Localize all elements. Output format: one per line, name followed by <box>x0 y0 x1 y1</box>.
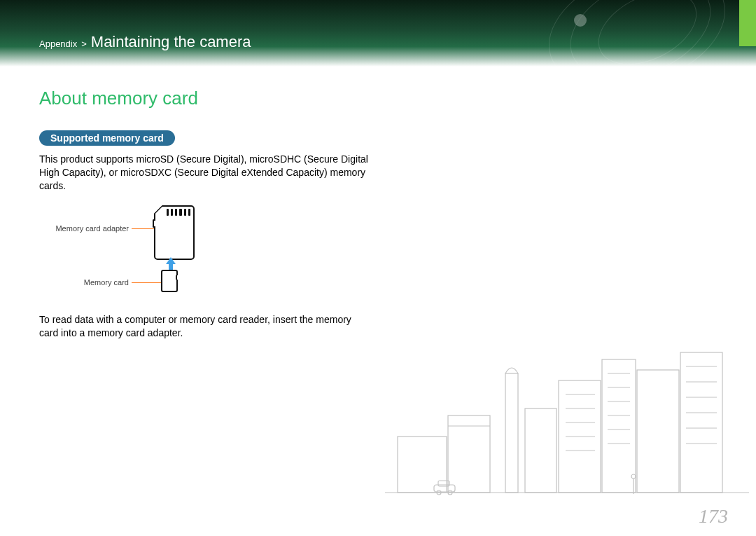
sd-adapter-icon <box>154 205 195 260</box>
decorative-illustration <box>385 331 749 528</box>
svg-rect-0 <box>398 437 447 493</box>
accent-tab <box>739 0 756 46</box>
paragraph-1: This product supports microSD (Secure Di… <box>39 153 368 193</box>
page-header: Appendix > Maintaining the camera <box>0 0 756 67</box>
section-title: About memory card <box>39 88 717 109</box>
memory-card-label: Memory card <box>43 278 129 287</box>
breadcrumb: Appendix > Maintaining the camera <box>39 33 251 51</box>
subheading-pill: Supported memory card <box>39 130 175 146</box>
svg-rect-8 <box>680 352 722 493</box>
page-number: 173 <box>699 505 728 528</box>
svg-point-31 <box>631 474 636 479</box>
micro-sd-icon <box>161 270 178 292</box>
memory-card-diagram: Memory card adapter Memory card <box>43 205 225 303</box>
svg-rect-6 <box>602 359 636 493</box>
adapter-label: Memory card adapter <box>43 224 129 233</box>
svg-rect-3 <box>505 373 518 493</box>
breadcrumb-current: Maintaining the camera <box>91 33 251 51</box>
svg-rect-1 <box>448 415 490 493</box>
breadcrumb-parent: Appendix <box>39 39 77 49</box>
paragraph-2: To read data with a computer or memory c… <box>39 313 368 340</box>
breadcrumb-separator: > <box>81 39 87 49</box>
page-body: About memory card Supported memory card … <box>0 67 756 339</box>
insert-arrow-icon <box>166 257 176 271</box>
svg-rect-4 <box>525 408 556 493</box>
svg-rect-7 <box>637 370 679 493</box>
